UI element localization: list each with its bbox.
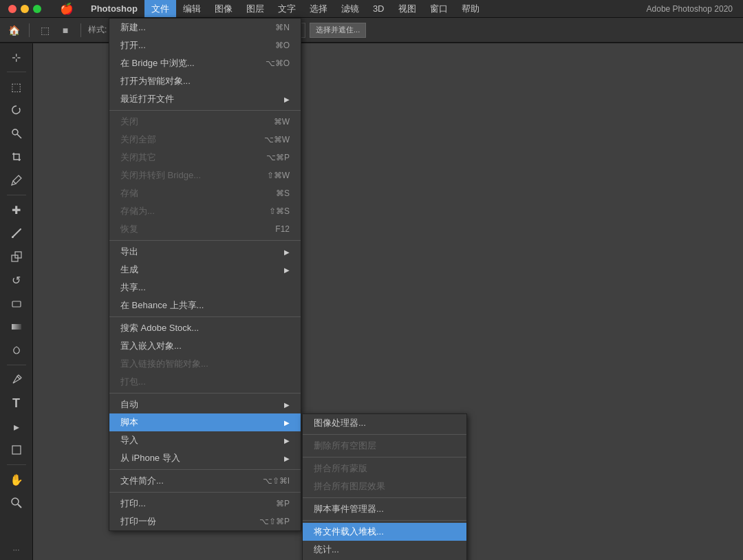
menu-scripts-label: 脚本 [120,416,138,429]
menu-behance[interactable]: 在 Behance 上共享... [109,297,301,314]
menu-linked-label: 置入链接的智能对象... [120,358,208,370]
menubar-item-window[interactable]: 窗口 [423,0,455,17]
menu-recent-arrow: ▶ [284,96,290,103]
menubar-item-file[interactable]: 文件 [144,0,176,17]
marquee-tool-icon[interactable]: ⬚ [36,22,53,39]
tool-heal[interactable]: ✚ [6,199,28,221]
svg-rect-6 [12,324,21,330]
tool-zoom[interactable] [6,492,28,514]
menu-fileinfo-shortcut: ⌥⇧⌘I [263,476,290,486]
menu-automate[interactable]: 自动 ▶ [109,396,301,413]
menu-sep-6 [109,492,301,493]
menu-open[interactable]: 打开... ⌘O [109,36,301,54]
tool-hand[interactable]: ✋ [6,469,28,491]
menu-printone[interactable]: 打印一份 ⌥⇧⌘P [109,513,301,530]
close-button[interactable] [8,5,17,13]
select-mask-button[interactable]: 选择并遮住... [310,23,366,38]
menu-print[interactable]: 打印... ⌘P [109,495,301,513]
tool-clone[interactable] [6,246,28,268]
toolbar-square-icon[interactable]: ■ [57,22,74,39]
tool-type[interactable]: T [6,392,28,414]
menu-stock[interactable]: 搜索 Adobe Stock... [109,319,301,337]
tool-shape[interactable] [6,439,28,461]
menu-automate-arrow: ▶ [284,401,290,409]
menubar-item-select[interactable]: 选择 [303,0,334,17]
tool-pen[interactable] [6,369,28,391]
menu-printone-label: 打印一份 [120,515,156,528]
tool-eraser[interactable] [6,292,28,314]
menu-share[interactable]: 共享... [109,279,301,297]
svg-point-2 [12,236,14,238]
menu-save-shortcut: ⌘S [276,189,290,198]
menu-export[interactable]: 导出 ▶ [109,243,301,261]
menu-iphone-arrow: ▶ [284,455,290,462]
tool-move[interactable]: ⊹ [6,46,28,68]
menu-fileinfo[interactable]: 文件简介... ⌥⇧⌘I [109,472,301,490]
menu-behance-label: 在 Behance 上共享... [120,299,204,312]
menubar-item-help[interactable]: 帮助 [455,0,486,17]
menu-export-arrow: ▶ [284,248,290,256]
toolbar-sep-1 [29,23,30,37]
tool-brush[interactable] [6,222,28,244]
menu-open-shortcut: ⌘O [275,41,290,50]
menu-share-label: 共享... [120,281,146,294]
menu-close-shortcut: ⌘W [274,117,290,127]
menu-new[interactable]: 新建... ⌘N [109,19,301,36]
toolbar-sep-2 [80,23,81,37]
svg-point-8 [12,498,19,505]
menu-closeall: 关闭全部 ⌥⌘W [109,131,301,149]
submenu-flatteneffects-label: 拼合所有图层效果 [314,480,385,493]
menubar-item-filter[interactable]: 滤镜 [334,0,366,17]
menubar-item-image[interactable]: 图像 [208,0,239,17]
menu-save-label: 存储 [120,187,138,200]
menubar-item-type[interactable]: 文字 [271,0,303,17]
submenu-imgprocessor[interactable]: 图像处理器... [303,414,466,432]
menu-closeall-label: 关闭全部 [120,133,156,146]
menu-revert: 恢复 F12 [109,220,301,238]
menu-revert-shortcut: F12 [275,224,290,234]
menu-generate[interactable]: 生成 ▶ [109,261,301,279]
tool-burn[interactable] [6,339,28,361]
tools-panel: ⊹ ⬚ ✚ ↺ T ▸ ✋ ··· [0,43,33,560]
menu-new-shortcut: ⌘N [275,23,290,32]
submenu-statistics[interactable]: 统计... [303,541,466,559]
tool-crop[interactable] [6,146,28,168]
home-icon[interactable]: 🏠 [6,22,22,39]
menu-bridge[interactable]: 在 Bridge 中浏览... ⌥⌘O [109,54,301,72]
menubar-item-view[interactable]: 视图 [391,0,423,17]
tool-quick-select[interactable] [6,122,28,144]
menu-closeother-shortcut: ⌥⌘P [266,153,290,162]
tool-marquee[interactable]: ⬚ [6,76,28,98]
menubar-item-photoshop[interactable]: Photoshop [84,0,144,17]
menu-iphone[interactable]: 从 iPhone 导入 ▶ [109,449,301,467]
tool-lasso[interactable] [6,99,28,121]
more-tools[interactable]: ··· [12,545,19,554]
menu-sep-1 [109,110,301,111]
submenu-eventmgr[interactable]: 脚本事件管理器... [303,500,466,518]
tool-history-brush[interactable]: ↺ [6,269,28,291]
menubar-item-layer[interactable]: 图层 [239,0,271,17]
menu-automate-label: 自动 [120,398,138,411]
tool-gradient[interactable] [6,316,28,338]
scripts-submenu: 图像处理器... 删除所有空图层 拼合所有蒙版 拼合所有图层效果 脚本事件管理器… [302,413,467,560]
svg-rect-7 [12,446,21,454]
menu-scripts[interactable]: 脚本 ▶ 图像处理器... 删除所有空图层 拼合所有蒙版 拼合所有图层效果 脚本… [109,413,301,431]
minimize-button[interactable] [21,5,29,13]
tool-path-select[interactable]: ▸ [6,416,28,438]
menubar-item-3d[interactable]: 3D [366,0,391,17]
maximize-button[interactable] [33,5,41,13]
submenu-sep-1 [303,434,466,435]
menu-import[interactable]: 导入 ▶ [109,431,301,449]
svg-line-9 [18,504,21,508]
menu-import-arrow: ▶ [284,437,290,444]
menubar-item-edit[interactable]: 编辑 [176,0,208,17]
apple-menu[interactable]: 🍎 [50,2,84,15]
menu-embed[interactable]: 置入嵌入对象... [109,337,301,355]
menu-recent[interactable]: 最近打开文件 ▶ [109,90,301,108]
submenu-loadstack[interactable]: 将文件载入堆栈... [303,523,466,541]
menu-saveas-shortcut: ⇧⌘S [269,206,290,216]
submenu-deleteempty-label: 删除所有空图层 [314,440,376,452]
menu-smart[interactable]: 打开为智能对象... [109,72,301,90]
tool-eyedropper[interactable] [6,169,28,191]
submenu-loadstack-label: 将文件载入堆栈... [314,526,384,538]
